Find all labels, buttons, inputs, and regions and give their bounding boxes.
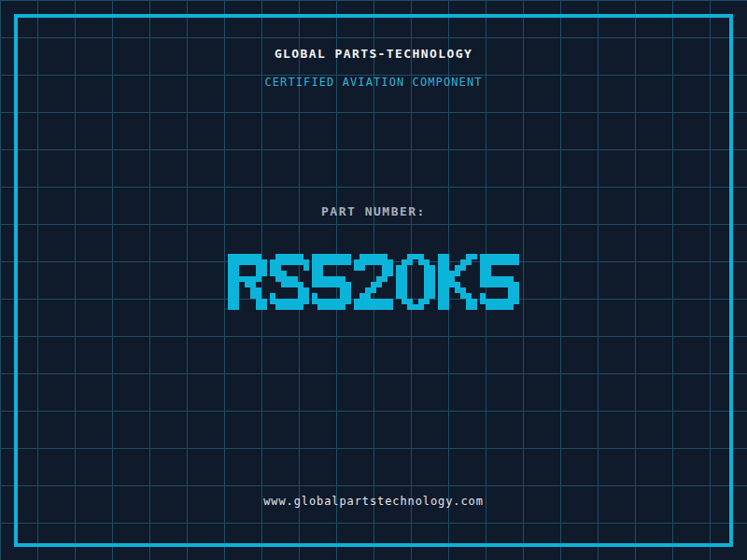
website-url: www.globalpartstechnology.com (0, 495, 747, 508)
company-name-title: GLOBAL PARTS-TECHNOLOGY (0, 47, 747, 61)
part-number-label: PART NUMBER: (0, 204, 747, 218)
part-number-display (228, 254, 519, 310)
certification-subtitle: CERTIFIED AVIATION COMPONENT (0, 76, 747, 89)
